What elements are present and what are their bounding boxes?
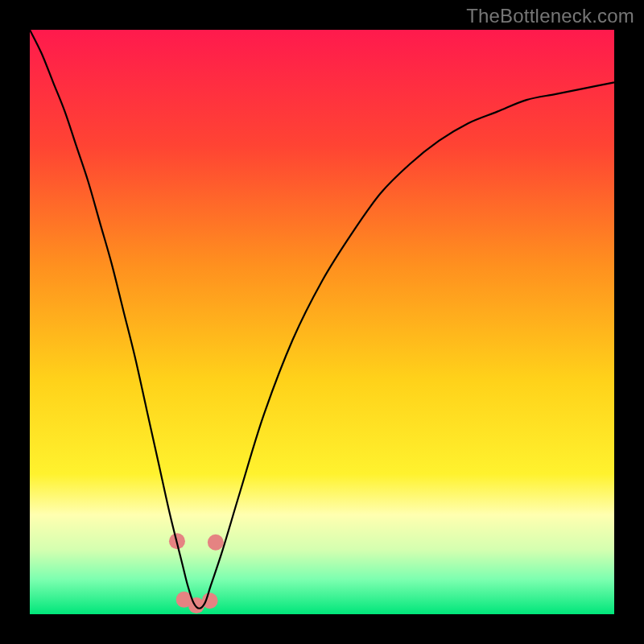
curve-marker bbox=[208, 535, 224, 551]
bottleneck-chart bbox=[0, 0, 644, 644]
curve-marker bbox=[202, 592, 218, 609]
chart-frame: TheBottleneck.com bbox=[0, 0, 644, 644]
plot-background bbox=[30, 30, 614, 614]
